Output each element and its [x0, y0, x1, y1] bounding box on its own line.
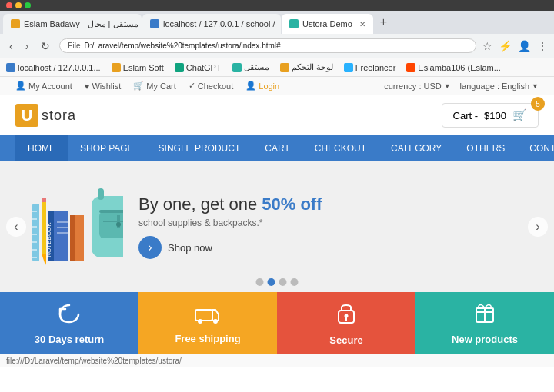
currency-selector[interactable]: currency : USD ▼ — [384, 81, 450, 91]
language-label: language : — [460, 81, 499, 91]
checkout-icon: ✓ — [189, 81, 195, 91]
nav-bar: HOME SHOP PAGE SINGLE PRODUCT CART CHECK… — [0, 135, 554, 161]
hero-dot-1[interactable] — [268, 278, 275, 286]
checkout-label: Checkout — [198, 81, 233, 91]
ruler-icon — [31, 200, 39, 265]
feature-shipping[interactable]: Free shipping — [138, 292, 277, 354]
nav-checkout[interactable]: CHECKOUT — [302, 135, 379, 161]
shipping-icon — [194, 302, 222, 328]
nav-contact[interactable]: CONTACT — [517, 135, 554, 161]
back-button[interactable]: ‹ — [6, 38, 16, 54]
svg-point-33 — [345, 314, 349, 317]
bookmark-1[interactable]: Eslam Soft — [112, 63, 164, 72]
svg-rect-10 — [42, 198, 46, 202]
url-text: D:/Laravel/temp/website%20templates/usto… — [84, 42, 280, 50]
tab-3-close[interactable]: ✕ — [359, 20, 365, 28]
menu-icon[interactable]: ⋮ — [537, 40, 548, 52]
login-label: Login — [259, 81, 279, 91]
cart-badge: 5 — [531, 97, 545, 111]
bookmark-0[interactable]: localhost / 127.0.0.1... — [6, 63, 101, 72]
new-tab-button[interactable]: + — [374, 12, 393, 32]
logo[interactable]: U stora — [15, 104, 76, 127]
feature-shipping-label: Free shipping — [175, 333, 240, 344]
cart-button[interactable]: Cart - $100 🛒 — [442, 103, 539, 128]
bookmark-4[interactable]: لوحة التحكم — [280, 62, 333, 72]
feature-return[interactable]: 30 Days return — [0, 292, 138, 354]
my-cart-label: My Cart — [146, 81, 176, 91]
address-bar-row: ‹ › ↻ File D:/Laravel/temp/website%20tem… — [0, 34, 554, 58]
bookmark-2[interactable]: ChatGPT — [175, 63, 222, 72]
my-account-link[interactable]: 👤 My Account — [15, 81, 72, 91]
status-url: file:///D:/Laravel/temp/website%20templa… — [6, 357, 182, 365]
hero-dot-2[interactable] — [279, 278, 287, 286]
svg-point-29 — [198, 319, 202, 324]
svg-rect-15 — [57, 227, 68, 228]
hero-prev-button[interactable]: ‹ — [6, 217, 26, 237]
nav-cart[interactable]: CART — [252, 135, 302, 161]
feature-secure[interactable]: Secure — [277, 292, 416, 354]
refresh-button[interactable]: ↻ — [38, 38, 53, 54]
return-icon — [58, 301, 81, 329]
hero-cta: › Shop now — [138, 236, 212, 259]
extensions-icon[interactable]: ⚡ — [499, 40, 512, 52]
currency-value: USD — [423, 81, 441, 91]
book-icon — [68, 211, 84, 265]
svg-rect-14 — [57, 221, 68, 223]
my-account-label: My Account — [28, 81, 72, 91]
tab-3[interactable]: Ustora Demo ✕ — [282, 14, 373, 34]
cart-container: Cart - $100 🛒 5 — [442, 103, 539, 128]
gift-icon — [473, 301, 496, 329]
language-selector[interactable]: language : English ▼ — [460, 81, 539, 91]
my-cart-link[interactable]: 🛒 My Cart — [133, 81, 176, 91]
checkout-link[interactable]: ✓ Checkout — [189, 81, 233, 91]
bookmark-label-5: Freelancer — [355, 63, 396, 72]
nav-category[interactable]: CATEGORY — [379, 135, 454, 161]
wishlist-link[interactable]: ♥ Wishlist — [85, 81, 121, 91]
svg-rect-21 — [103, 221, 123, 222]
login-icon: 👤 — [245, 81, 256, 91]
heart-icon: ♥ — [85, 81, 90, 91]
bookmark-5[interactable]: Freelancer — [344, 63, 396, 72]
features-section: 30 Days return Free shipping Secure New … — [0, 292, 554, 354]
bookmark-favicon-6 — [406, 63, 416, 72]
bookmark-6[interactable]: Eslamba106 (Eslam... — [406, 63, 501, 72]
profile-icon[interactable]: 👤 — [518, 40, 531, 52]
hero-next-button[interactable]: › — [528, 217, 548, 237]
tab-bar: Eslam Badawy - مستقل | مجال ✕ localhost … — [0, 11, 554, 34]
feature-new-products[interactable]: New products — [416, 292, 554, 354]
tab-2-label: localhost / 127.0.0.1 / school / — [163, 19, 275, 28]
site-header: U stora Cart - $100 🛒 5 — [0, 95, 554, 135]
user-icon: 👤 — [15, 81, 26, 91]
hero-dot-3[interactable] — [291, 278, 299, 286]
nav-single-product[interactable]: SINGLE PRODUCT — [146, 135, 253, 161]
cart-label: Cart - — [453, 110, 479, 121]
bookmark-3[interactable]: مستقل — [232, 62, 269, 72]
forward-button[interactable]: › — [22, 38, 32, 54]
window-maximize-dot[interactable] — [25, 2, 31, 8]
feature-new-products-label: New products — [452, 334, 518, 345]
hero-title: By one, get one 50% off — [138, 194, 523, 214]
shop-now-button[interactable]: › — [138, 236, 162, 259]
bookmark-icon[interactable]: ☆ — [482, 40, 492, 52]
language-value: English — [502, 81, 529, 91]
address-bar[interactable]: File D:/Laravel/temp/website%20templates… — [59, 38, 476, 53]
hero-dots — [256, 278, 299, 286]
bookmark-favicon-2 — [175, 63, 184, 72]
tab-2[interactable]: localhost / 127.0.0.1 / school / ✕ — [142, 14, 281, 34]
tab-1[interactable]: Eslam Badawy - مستقل | مجال ✕ — [3, 14, 142, 34]
feature-secure-label: Secure — [329, 334, 362, 346]
hero-dot-0[interactable] — [256, 278, 264, 286]
nav-shop[interactable]: SHOP PAGE — [68, 135, 146, 161]
svg-marker-28 — [212, 310, 219, 321]
nav-home[interactable]: HOME — [15, 135, 68, 161]
svg-rect-0 — [32, 204, 39, 261]
login-link[interactable]: 👤 Login — [245, 81, 279, 91]
window-close-dot[interactable] — [6, 2, 12, 8]
hero-highlight: 50% off — [262, 194, 322, 214]
bookmark-label-1: Eslam Soft — [123, 63, 164, 72]
svg-rect-27 — [195, 310, 212, 321]
nav-others[interactable]: OTHERS — [454, 135, 517, 161]
window-minimize-dot[interactable] — [15, 2, 22, 8]
status-bar: file:///D:/Laravel/temp/website%20templa… — [0, 354, 554, 367]
cart-amount: $100 — [484, 110, 506, 121]
